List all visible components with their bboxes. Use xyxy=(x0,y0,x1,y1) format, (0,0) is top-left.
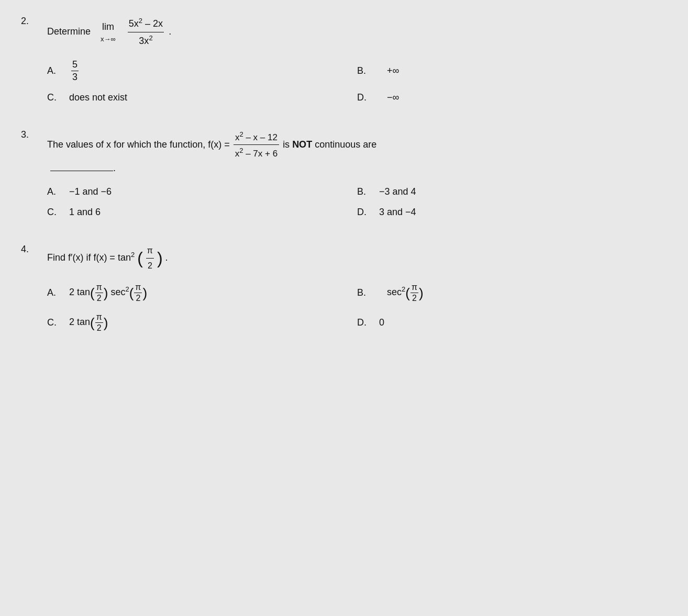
q2-answers: A. 5 3 B. +∞ C. does not exist D. −∞ xyxy=(47,59,667,103)
q4-b-paren-open: ( xyxy=(405,285,410,301)
q4-a-label: A. xyxy=(47,287,63,298)
q4-answer-d: D. 0 xyxy=(357,312,667,333)
q4-a-paren1-open: ( xyxy=(90,285,95,301)
q3-blank-period: . xyxy=(113,163,116,173)
q4-b-paren-close: ) xyxy=(419,285,424,301)
q2-period: . xyxy=(169,26,171,37)
q4-period: . xyxy=(165,252,168,263)
question-3-header: 3. The values of x for which the functio… xyxy=(21,129,667,176)
q3-answer-c: C. 1 and 6 xyxy=(47,207,357,218)
q3-stem-post2: continuous are xyxy=(312,139,376,150)
q2-b-label: B. xyxy=(357,65,373,76)
q2-a-den: 3 xyxy=(71,71,79,83)
q3-b-label: B. xyxy=(357,186,373,197)
q4-number: 4. xyxy=(21,244,47,255)
q2-d-label: D. xyxy=(357,92,373,103)
q2-stem-text: Determine xyxy=(47,26,91,37)
q3-answer-d: D. 3 and −4 xyxy=(357,207,667,218)
q2-answer-d: D. −∞ xyxy=(357,92,667,103)
q4-b-label: B. xyxy=(357,287,373,298)
q4-answer-b: B. sec2(π2) xyxy=(357,283,667,303)
q4-text: Find f′(x) if f(x) = tan2 ( π 2 ) . xyxy=(47,244,667,272)
q2-numerator: 5x2 – 2x xyxy=(128,16,164,32)
q3-c-value: 1 and 6 xyxy=(69,207,101,218)
q4-a-paren1-close: ) xyxy=(104,285,108,301)
question-4-header: 4. Find f′(x) if f(x) = tan2 ( π 2 ) . xyxy=(21,244,667,272)
q2-number: 2. xyxy=(21,16,47,27)
q2-text: Determine lim x→∞ 5x2 – 2x 3x2 . xyxy=(47,16,667,49)
q2-a-fraction: 5 3 xyxy=(71,59,79,83)
q3-a-label: A. xyxy=(47,186,63,197)
q4-a-pi1: π2 xyxy=(95,283,103,303)
q4-c-value: 2 tan(π2) xyxy=(69,312,108,333)
q3-func-num: x2 – x – 12 xyxy=(234,129,279,145)
q3-stem-pre: The values of x for which the function, … xyxy=(47,139,230,150)
q2-b-value: +∞ xyxy=(379,65,399,76)
q2-answer-c: C. does not exist xyxy=(47,92,357,103)
question-3: 3. The values of x for which the functio… xyxy=(21,129,667,218)
q4-a-pi2: π2 xyxy=(134,283,142,303)
q4-pi-den: 2 xyxy=(147,259,153,273)
q2-c-label: C. xyxy=(47,92,63,103)
q4-big-paren-close: ) xyxy=(157,249,163,267)
q3-text: The values of x for which the function, … xyxy=(47,129,667,176)
q2-a-label: A. xyxy=(47,65,63,76)
q4-a-paren2-close: ) xyxy=(142,285,147,301)
q3-answer-a: A. −1 and −6 xyxy=(47,186,357,197)
q4-c-pi: π2 xyxy=(95,312,103,333)
q3-c-label: C. xyxy=(47,207,63,218)
q4-b-value: sec2(π2) xyxy=(379,283,424,303)
q2-lim-sub: x→∞ xyxy=(101,34,116,45)
q4-answers: A. 2 tan(π2) sec2(π2) B. sec2(π2) C. 2 t… xyxy=(47,283,667,333)
q2-c-value: does not exist xyxy=(69,92,127,103)
q4-pi-num: π xyxy=(146,244,154,259)
q3-answers: A. −1 and −6 B. −3 and 4 C. 1 and 6 D. 3… xyxy=(47,186,667,218)
q2-fraction: 5x2 – 2x 3x2 xyxy=(128,16,164,49)
question-2-header: 2. Determine lim x→∞ 5x2 – 2x 3x2 . xyxy=(21,16,667,49)
q4-answer-a: A. 2 tan(π2) sec2(π2) xyxy=(47,283,357,303)
q4-c-paren-close: ) xyxy=(104,315,108,331)
q4-a-paren2-open: ( xyxy=(129,285,134,301)
q2-d-value: −∞ xyxy=(379,92,399,103)
q3-d-value: 3 and −4 xyxy=(379,207,416,218)
q3-blank xyxy=(50,171,113,171)
q4-pi-frac: π 2 xyxy=(146,244,154,272)
q4-b-pi: π2 xyxy=(410,283,418,303)
q2-denominator: 3x2 xyxy=(138,32,153,49)
question-4: 4. Find f′(x) if f(x) = tan2 ( π 2 ) . A… xyxy=(21,244,667,333)
q4-answer-c: C. 2 tan(π2) xyxy=(47,312,357,333)
q3-func-den: x2 – 7x + 6 xyxy=(234,145,279,161)
q4-c-label: C. xyxy=(47,317,63,328)
q3-number: 3. xyxy=(21,129,47,140)
q3-bold-not: NOT xyxy=(292,139,312,150)
q4-d-value: 0 xyxy=(379,317,384,328)
q2-answer-a: A. 5 3 xyxy=(47,59,357,83)
q3-b-value: −3 and 4 xyxy=(379,186,416,197)
q3-answer-b: B. −3 and 4 xyxy=(357,186,667,197)
q2-lim: lim x→∞ xyxy=(101,19,116,46)
q2-lim-word: lim xyxy=(102,19,114,35)
q4-stem-pre: Find f′(x) if f(x) = tan2 xyxy=(47,252,135,263)
q3-stem-post: is xyxy=(283,139,292,150)
q4-d-label: D. xyxy=(357,317,373,328)
q3-a-value: −1 and −6 xyxy=(69,186,112,197)
q3-func-fraction: x2 – x – 12 x2 – 7x + 6 xyxy=(234,129,279,161)
q2-a-num: 5 xyxy=(71,59,79,71)
q2-answer-b: B. +∞ xyxy=(357,59,667,83)
q4-a-value: 2 tan(π2) sec2(π2) xyxy=(69,283,147,303)
q4-c-paren-open: ( xyxy=(90,315,95,331)
question-2: 2. Determine lim x→∞ 5x2 – 2x 3x2 . A. 5… xyxy=(21,16,667,103)
q3-d-label: D. xyxy=(357,207,373,218)
q4-big-paren-open: ( xyxy=(137,249,143,267)
